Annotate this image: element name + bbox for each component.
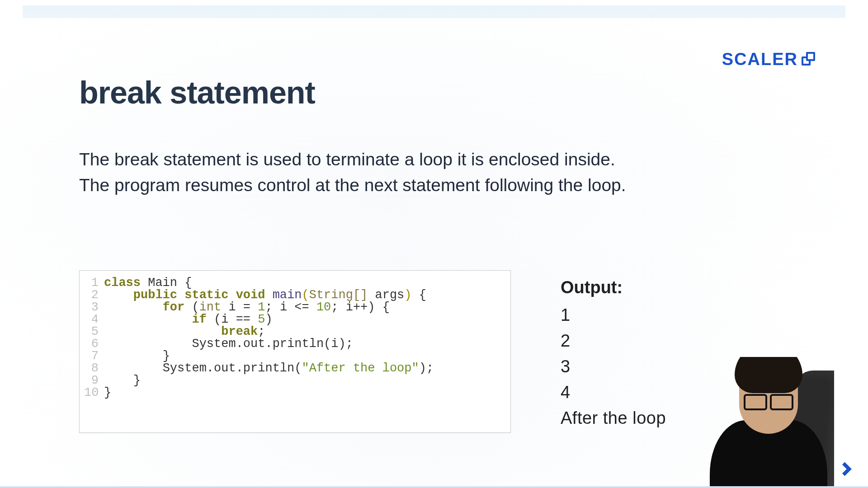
code-content: System.out.println(i);	[104, 338, 353, 350]
code-line: 3 for (int i = 1; i <= 10; i++) {	[84, 301, 502, 314]
code-content: }	[104, 375, 141, 387]
line-number: 7	[84, 350, 104, 362]
output-line: After the loop	[561, 408, 666, 428]
line-number: 6	[84, 338, 104, 350]
output-panel: Output: 1234After the loop	[561, 278, 666, 434]
code-line: 9 }	[84, 375, 502, 387]
line-number: 3	[84, 301, 104, 314]
code-line: 2 public static void main(String[] args)…	[84, 289, 502, 301]
page-title: break statement	[79, 75, 315, 111]
code-content: for (int i = 1; i <= 10; i++) {	[104, 301, 390, 314]
description-line: The break statement is used to terminate…	[79, 147, 626, 173]
output-line: 3	[561, 357, 666, 376]
line-number: 5	[84, 326, 104, 338]
chevron-right-icon	[838, 460, 855, 478]
brand-name: SCALER	[722, 50, 798, 69]
line-number: 8	[84, 362, 104, 375]
brand-icon	[802, 53, 816, 66]
output-label: Output:	[561, 278, 666, 297]
line-number: 1	[84, 277, 104, 289]
code-line: 8 System.out.println("After the loop");	[84, 362, 502, 375]
top-strip	[23, 5, 845, 18]
description-text: The break statement is used to terminate…	[79, 147, 626, 198]
code-content: public static void main(String[] args) {	[104, 289, 426, 301]
code-content: }	[104, 387, 111, 399]
code-line: 10}	[84, 387, 502, 399]
code-line: 1class Main {	[84, 277, 502, 289]
code-line: 5 break;	[84, 326, 502, 338]
description-line: The program resumes control at the next …	[79, 173, 626, 198]
presenter-webcam	[703, 357, 834, 488]
brand-logo: SCALER	[722, 50, 816, 69]
output-line: 4	[561, 383, 666, 402]
code-content: break;	[104, 326, 265, 338]
code-content: System.out.println("After the loop");	[104, 362, 434, 375]
code-block: 1class Main {2 public static void main(S…	[79, 270, 511, 433]
line-number: 2	[84, 289, 104, 301]
code-line: 4 if (i == 5)	[84, 314, 502, 326]
code-line: 7 }	[84, 350, 502, 362]
line-number: 10	[84, 387, 104, 399]
output-line: 2	[561, 331, 666, 351]
code-content: }	[104, 350, 170, 362]
line-number: 9	[84, 375, 104, 387]
bottom-bar	[0, 486, 868, 488]
code-content: if (i == 5)	[104, 314, 273, 326]
code-line: 6 System.out.println(i);	[84, 338, 502, 350]
next-slide-button[interactable]	[835, 458, 857, 480]
line-number: 4	[84, 314, 104, 326]
code-content: class Main {	[104, 277, 192, 289]
output-line: 1	[561, 305, 666, 325]
